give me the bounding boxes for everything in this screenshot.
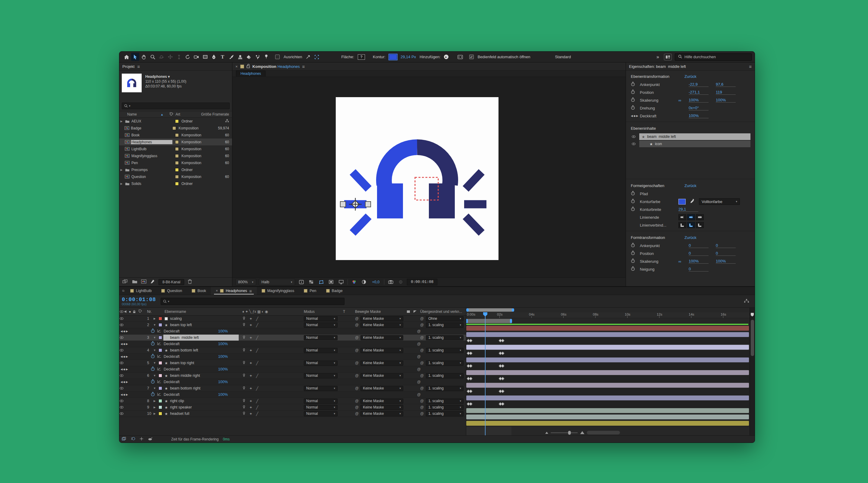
label-color-chip[interactable] <box>157 387 163 390</box>
property-value[interactable]: 100% <box>218 367 228 371</box>
property-value[interactable]: 0x+0° <box>689 106 709 110</box>
keyframe-navigator[interactable]: ◀◆▶ <box>119 380 133 383</box>
lock-open-icon[interactable] <box>247 64 250 69</box>
timeline-vertical-scrollbar[interactable] <box>749 308 755 435</box>
property-value[interactable]: 0 <box>716 243 736 248</box>
project-item-question[interactable]: QuestionKomposition60 <box>119 173 232 180</box>
label-color-chip[interactable] <box>173 168 181 172</box>
panel-menu-icon[interactable]: ≡ <box>137 64 140 69</box>
layer-switches[interactable]: ✦╱ <box>239 399 275 403</box>
expand-arrow-icon[interactable]: ▶ <box>119 168 124 171</box>
eye-icon[interactable] <box>119 406 124 408</box>
property-value[interactable]: 119 <box>716 90 736 95</box>
eye-icon[interactable] <box>119 362 124 364</box>
expand-arrow-icon[interactable]: ▶ <box>152 399 157 402</box>
property-value[interactable]: -271,1 <box>689 90 709 95</box>
project-item-precomps[interactable]: ▶PrecompsOrdner <box>119 166 232 173</box>
align-checkbox[interactable] <box>275 55 280 59</box>
layer-row-beam-bottom-left[interactable]: 4▼★beam bottom left✦╱Normal▾@Keine Maske… <box>119 347 466 353</box>
layer-row-right-speaker[interactable]: 9▶★right speaker✦╱Normal▾@Keine Maske▾@1… <box>119 404 466 410</box>
stopwatch-icon[interactable] <box>151 379 155 385</box>
label-color-chip[interactable] <box>170 126 179 130</box>
keyframe-icon[interactable] <box>501 351 504 355</box>
fast-preview-icon[interactable] <box>298 279 305 285</box>
timeline-track-area[interactable]: 0:00s02s04s06s08s10s12s14s16s <box>466 308 749 435</box>
timeline-horizontal-scrollbar[interactable] <box>587 431 620 434</box>
keyframe-navigator[interactable]: ◀◆▶ <box>119 393 133 396</box>
expand-arrow-icon[interactable]: ▼ <box>152 336 157 339</box>
guides-grid-icon[interactable] <box>338 279 345 285</box>
blend-mode-select[interactable]: Normal▾ <box>304 386 343 391</box>
stroke-color-swatch[interactable] <box>678 199 686 204</box>
add-menu-button[interactable]: ▸ <box>444 55 448 59</box>
parent-select[interactable]: 1. scaling▾ <box>426 322 464 328</box>
layer-switches[interactable]: ✦╱ <box>239 361 275 365</box>
property-row-deckkraft[interactable]: ◀◆▶Deckkraft100%@ <box>119 341 466 347</box>
property-value[interactable]: 100% <box>218 393 228 397</box>
property-value[interactable]: 100% <box>218 380 228 384</box>
panel-menu-icon[interactable]: ≡ <box>302 64 305 69</box>
snapshot-camera-icon[interactable] <box>387 279 394 285</box>
keyframe-icon[interactable] <box>501 402 504 405</box>
join-round-button[interactable] <box>687 222 695 228</box>
layer-bar-beam-middle-left[interactable] <box>466 344 749 350</box>
blend-mode-select[interactable]: Normal▾ <box>304 316 343 321</box>
label-color-chip[interactable] <box>173 147 181 151</box>
work-area-bar[interactable] <box>466 319 512 323</box>
track-matte-select[interactable]: Keine Maske▾ <box>361 411 403 416</box>
timeline-search-box[interactable]: ▾ <box>161 298 344 305</box>
timeline-tab-book[interactable]: Book <box>187 287 211 295</box>
stopwatch-icon[interactable] <box>631 105 635 111</box>
eye-icon[interactable] <box>119 336 124 339</box>
timeline-navigator[interactable] <box>466 308 749 312</box>
layer-row-beam-middle-right[interactable]: 6▼★beam middle right✦╱Normal▾@Keine Mask… <box>119 373 466 379</box>
clone-stamp-tool[interactable] <box>236 53 244 61</box>
stopwatch-icon[interactable] <box>631 199 635 204</box>
stroke-width-value[interactable]: 29,1 <box>678 207 698 212</box>
channel-rgb-icon[interactable] <box>350 279 358 285</box>
timeline-tab-question[interactable]: Question <box>156 287 187 295</box>
property-row-deckkraft[interactable]: ◀◆▶Deckkraft100%@ <box>119 328 466 335</box>
zoom-tool[interactable] <box>149 53 157 61</box>
selection-tool[interactable] <box>131 53 139 61</box>
eye-icon[interactable] <box>119 374 124 377</box>
keyframe-track-deckkraft[interactable] <box>466 338 749 344</box>
graph-icon[interactable] <box>157 393 161 397</box>
layer-switches[interactable]: ✦╱ <box>239 386 275 391</box>
parent-select[interactable]: 1. scaling▾ <box>426 348 464 353</box>
keyframe-icon[interactable] <box>469 390 472 393</box>
layer-name[interactable]: ★beam bottom right <box>163 386 239 391</box>
panel-menu-icon[interactable]: ≡ <box>749 64 752 69</box>
keyframe-icon[interactable] <box>469 339 472 342</box>
properties-panel-header[interactable]: Eigenschaften: beam middle left ≡ <box>626 62 755 70</box>
show-snapshot-icon[interactable] <box>397 279 404 285</box>
comp-mini-flowchart-icon[interactable]: ⧉ <box>121 289 125 293</box>
label-color-chip[interactable] <box>157 405 163 409</box>
parent-select[interactable]: 1. scaling▾ <box>426 335 464 340</box>
keyframe-track-deckkraft[interactable] <box>466 350 749 357</box>
track-matte-select[interactable]: Keine Maske▾ <box>361 348 403 353</box>
track-matte-select[interactable]: Keine Maske▾ <box>361 405 403 410</box>
stopwatch-icon[interactable] <box>151 367 155 372</box>
layer-name[interactable]: ★beam top left <box>163 323 239 327</box>
panel-menu-icon[interactable]: ≡ <box>249 288 252 293</box>
project-item-book[interactable]: BookKomposition60 <box>119 132 232 139</box>
eyedropper-icon[interactable] <box>690 199 695 204</box>
property-row-deckkraft[interactable]: ◀◆▶Deckkraft100%@ <box>119 379 466 385</box>
cap-butt-button[interactable] <box>678 214 686 220</box>
keyframe-navigator[interactable]: ◀◆▶ <box>119 368 133 371</box>
preview-item-name[interactable]: Headphones ▾ <box>145 74 186 79</box>
label-color-chip[interactable] <box>157 348 163 352</box>
label-color-chip[interactable] <box>173 140 181 144</box>
region-of-interest-icon[interactable] <box>328 279 335 285</box>
project-item-magnifyingglass[interactable]: MagnifyingglassKomposition60 <box>119 152 232 159</box>
stopwatch-icon[interactable] <box>631 266 635 272</box>
layer-bar-beam-middle-right[interactable] <box>466 382 749 389</box>
label-color-chip[interactable] <box>157 374 163 377</box>
layer-name[interactable]: scaling <box>163 316 239 321</box>
blend-mode-select[interactable]: Normal▾ <box>304 322 343 328</box>
track-matte-select[interactable]: Keine Maske▾ <box>361 386 403 391</box>
close-tab-button[interactable]: × <box>216 289 218 293</box>
toggle-switches-icon[interactable] <box>456 53 464 61</box>
stopwatch-icon[interactable] <box>631 243 635 248</box>
